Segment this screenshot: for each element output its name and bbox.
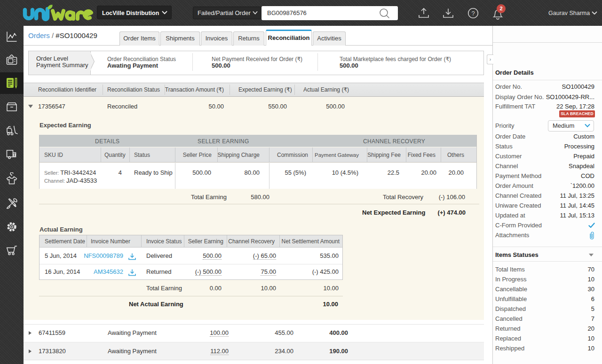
svg-text:?: ? [471, 10, 475, 17]
